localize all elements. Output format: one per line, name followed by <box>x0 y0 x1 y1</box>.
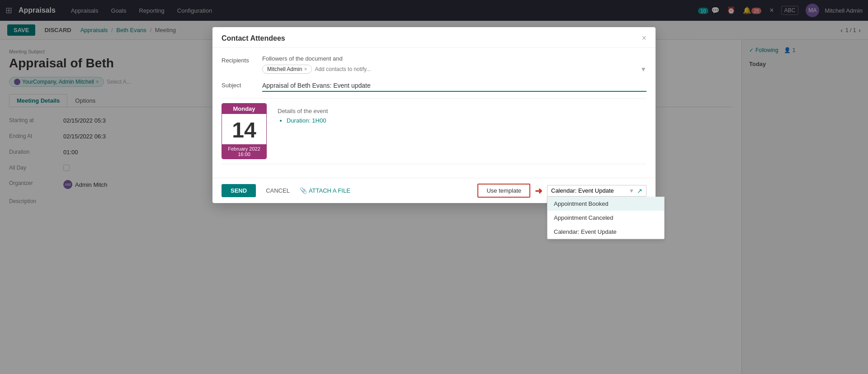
calendar-month-year: February 2022 16:00 <box>222 144 266 159</box>
recipients-content: Followers of the document and Mitchell A… <box>262 55 646 74</box>
template-option-2[interactable]: Calendar: Event Update <box>547 225 664 239</box>
template-input-row[interactable]: ▼ ↗ <box>547 185 646 197</box>
modal-overlay: Contact Attendees × Recipients Followers… <box>0 0 868 374</box>
recipients-row: Recipients Followers of the document and… <box>222 55 646 74</box>
modal-header: Contact Attendees × <box>212 27 656 48</box>
cancel-modal-button[interactable]: CANCEL <box>260 184 295 197</box>
event-details: Details of the event Duration: 1H00 <box>278 103 328 159</box>
template-dropdown: Appointment Booked Appointment Canceled … <box>547 197 665 239</box>
modal-title: Contact Attendees <box>222 34 285 43</box>
subject-row: Subject <box>222 80 646 92</box>
attach-label: ATTACH A FILE <box>309 187 350 194</box>
chips-row: Mitchell Admin × ▼ <box>262 65 646 74</box>
contact-attendees-modal: Contact Attendees × Recipients Followers… <box>212 27 656 203</box>
template-caret-icon: ▼ <box>629 188 634 194</box>
calendar-day-number: 14 <box>222 114 266 144</box>
recipient-chip: Mitchell Admin × <box>262 65 312 74</box>
calendar-month: February 2022 <box>224 146 264 151</box>
event-duration: Duration: 1H00 <box>287 117 328 124</box>
dropdown-chevron-icon: ▼ <box>640 66 646 73</box>
template-dropdown-wrapper: ▼ ↗ Appointment Booked Appointment Cance… <box>547 185 646 197</box>
subject-label: Subject <box>222 80 262 89</box>
calendar-card: Monday 14 February 2022 16:00 <box>222 103 267 159</box>
attach-file-link[interactable]: 📎 ATTACH A FILE <box>300 187 350 194</box>
use-template-button[interactable]: Use template <box>477 184 530 198</box>
subject-input[interactable] <box>262 80 646 92</box>
event-details-title: Details of the event <box>278 108 328 114</box>
event-details-list: Duration: 1H00 <box>287 117 328 124</box>
remove-recipient-icon[interactable]: × <box>304 66 307 72</box>
calendar-day-name: Monday <box>222 104 266 114</box>
template-input[interactable] <box>551 187 627 194</box>
external-link-icon[interactable]: ↗ <box>637 187 642 194</box>
calendar-time: 16:00 <box>224 151 264 157</box>
recipient-name: Mitchell Admin <box>267 66 302 72</box>
modal-close-button[interactable]: × <box>642 33 646 43</box>
send-button[interactable]: SEND <box>222 184 256 197</box>
recipients-desc: Followers of the document and <box>262 55 646 62</box>
paperclip-icon: 📎 <box>300 187 307 194</box>
modal-footer: SEND CANCEL 📎 ATTACH A FILE Use template… <box>212 178 656 203</box>
modal-body: Recipients Followers of the document and… <box>212 48 656 178</box>
add-contacts-input[interactable] <box>315 66 387 72</box>
calendar-section: Monday 14 February 2022 16:00 Details of… <box>222 98 646 164</box>
recipients-label: Recipients <box>222 55 262 64</box>
arrow-right-icon: ➜ <box>535 185 542 196</box>
template-option-0[interactable]: Appointment Booked <box>547 197 664 211</box>
subject-content <box>262 80 646 92</box>
template-option-1[interactable]: Appointment Canceled <box>547 211 664 225</box>
